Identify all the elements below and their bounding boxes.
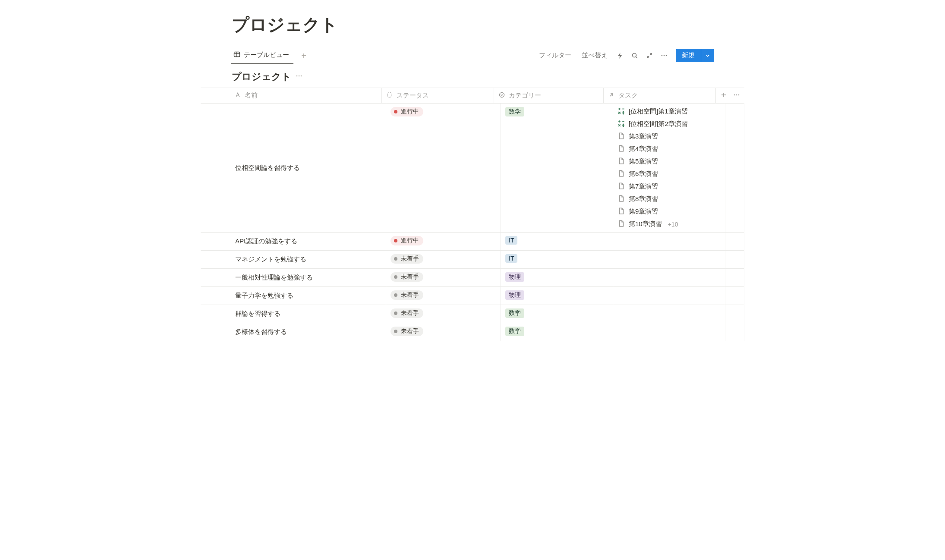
table-row[interactable]: 量子力学を勉強する未着手物理	[201, 287, 744, 305]
cell-tasks[interactable]	[613, 323, 725, 341]
column-status[interactable]: ステータス	[382, 88, 494, 103]
svg-point-21	[738, 94, 740, 96]
table-row[interactable]: 群論を習得する未着手数学	[201, 305, 744, 323]
svg-point-9	[662, 55, 663, 56]
status-badge: 未着手	[391, 327, 423, 336]
status-dot-icon	[394, 110, 397, 113]
row-title: API認証の勉強をする	[235, 237, 297, 245]
cell-name[interactable]: 群論を習得する	[231, 305, 386, 323]
cell-tasks[interactable]	[613, 233, 725, 250]
status-dot-icon	[394, 330, 397, 333]
cell-status[interactable]: 未着手	[386, 323, 501, 341]
cell-status[interactable]: 未着手	[386, 305, 501, 323]
more-icon[interactable]	[658, 49, 671, 62]
column-label: タスク	[618, 91, 638, 100]
sort-button[interactable]: 並べ替え	[577, 49, 612, 62]
cell-tasks[interactable]	[613, 251, 725, 268]
page-icon	[617, 220, 625, 229]
column-label: ステータス	[397, 91, 429, 100]
cell-name[interactable]: API認証の勉強をする	[231, 233, 386, 250]
cell-tasks[interactable]	[613, 305, 725, 323]
status-badge: 未着手	[391, 254, 423, 264]
cell-category[interactable]: 数学	[501, 323, 613, 341]
cell-category[interactable]: 数学	[501, 305, 613, 323]
filter-button[interactable]: フィルター	[535, 49, 576, 62]
svg-point-29	[623, 113, 624, 114]
math-icon	[617, 120, 625, 129]
more-count[interactable]: +10	[668, 221, 678, 228]
task-link[interactable]: 第9章演習	[617, 207, 721, 216]
status-badge: 未着手	[391, 290, 423, 300]
column-name[interactable]: 名前	[230, 88, 382, 103]
row-title: 位相空間論を習得する	[235, 164, 300, 172]
status-dot-icon	[394, 293, 397, 297]
table-icon	[233, 51, 240, 59]
cell-category[interactable]: 数学	[501, 104, 613, 232]
cell-category[interactable]: 物理	[501, 269, 613, 286]
column-category[interactable]: カテゴリー	[494, 88, 604, 103]
cell-tasks[interactable]	[613, 287, 725, 305]
add-column-button[interactable]	[720, 91, 727, 100]
cell-category[interactable]: IT	[501, 251, 613, 268]
cell-name[interactable]: マネジメントを勉強する	[231, 251, 386, 268]
relation-icon	[608, 91, 615, 100]
page-title[interactable]: プロジェクト	[231, 13, 714, 37]
page-icon	[617, 145, 625, 154]
task-link[interactable]: 第6章演習	[617, 170, 721, 179]
cell-status[interactable]: 未着手	[386, 251, 501, 268]
new-button[interactable]: 新規	[676, 49, 701, 62]
task-link[interactable]: [位相空間]第1章演習	[617, 107, 721, 116]
views-toolbar: テーブルビュー フィルター 並べ替え	[231, 47, 714, 64]
cell-status[interactable]: 進行中	[386, 233, 501, 250]
cell-name[interactable]: 一般相対性理論を勉強する	[231, 269, 386, 286]
svg-point-28	[623, 111, 624, 112]
table-row[interactable]: マネジメントを勉強する未着手IT	[201, 251, 744, 269]
math-icon	[617, 107, 625, 116]
task-link[interactable]: 第7章演習	[617, 182, 721, 191]
cell-category[interactable]: 物理	[501, 287, 613, 305]
category-tag: IT	[505, 254, 517, 263]
cell-category[interactable]: IT	[501, 233, 613, 250]
task-link[interactable]: 第4章演習	[617, 145, 721, 154]
svg-point-37	[623, 126, 624, 127]
task-link[interactable]: 第8章演習	[617, 195, 721, 204]
category-tag: IT	[505, 236, 517, 245]
cell-status[interactable]: 未着手	[386, 287, 501, 305]
row-title: マネジメントを勉強する	[235, 255, 306, 264]
row-title: 一般相対性理論を勉強する	[235, 274, 313, 282]
new-button-dropdown[interactable]	[701, 49, 714, 62]
table-row[interactable]: 多様体を習得する未着手数学	[201, 323, 744, 341]
add-view-button[interactable]	[298, 50, 310, 62]
cell-name[interactable]: 位相空間論を習得する	[231, 104, 386, 232]
column-tasks[interactable]: タスク	[604, 88, 716, 103]
status-dot-icon	[394, 311, 397, 315]
svg-point-36	[623, 124, 624, 125]
task-link[interactable]: [位相空間]第2章演習	[617, 120, 721, 129]
category-tag: 数学	[505, 107, 524, 116]
task-link[interactable]: 第3章演習	[617, 132, 721, 141]
column-more-icon[interactable]	[733, 91, 740, 100]
svg-point-15	[387, 93, 392, 98]
cell-tasks[interactable]: [位相空間]第1章演習 [位相空間]第2章演習 第3章演習 第4章演習 第5章演…	[613, 104, 725, 232]
cell-name[interactable]: 量子力学を勉強する	[231, 287, 386, 305]
status-dot-icon	[394, 257, 397, 261]
cell-name[interactable]: 多様体を習得する	[231, 323, 386, 341]
table-row[interactable]: API認証の勉強をする進行中IT	[201, 233, 744, 251]
task-link[interactable]: 第10章演習+10	[617, 220, 721, 229]
database-more-icon[interactable]	[296, 72, 302, 82]
expand-icon[interactable]	[643, 49, 656, 62]
table-row[interactable]: 一般相対性理論を勉強する未着手物理	[201, 269, 744, 287]
table-row[interactable]: 位相空間論を習得する進行中数学 [位相空間]第1章演習 [位相空間]第2章演習 …	[201, 104, 744, 233]
table-header: 名前 ステータス カテゴリー	[201, 88, 744, 104]
svg-line-6	[636, 57, 638, 58]
row-title: 量子力学を勉強する	[235, 292, 293, 300]
status-icon	[386, 91, 393, 100]
task-link[interactable]: 第5章演習	[617, 157, 721, 166]
tab-table-view[interactable]: テーブルビュー	[231, 47, 293, 64]
cell-tasks[interactable]	[613, 269, 725, 286]
cell-status[interactable]: 進行中	[386, 104, 501, 232]
search-icon[interactable]	[628, 49, 641, 62]
cell-status[interactable]: 未着手	[386, 269, 501, 286]
automation-icon[interactable]	[614, 49, 627, 62]
database-title[interactable]: プロジェクト	[232, 70, 291, 83]
